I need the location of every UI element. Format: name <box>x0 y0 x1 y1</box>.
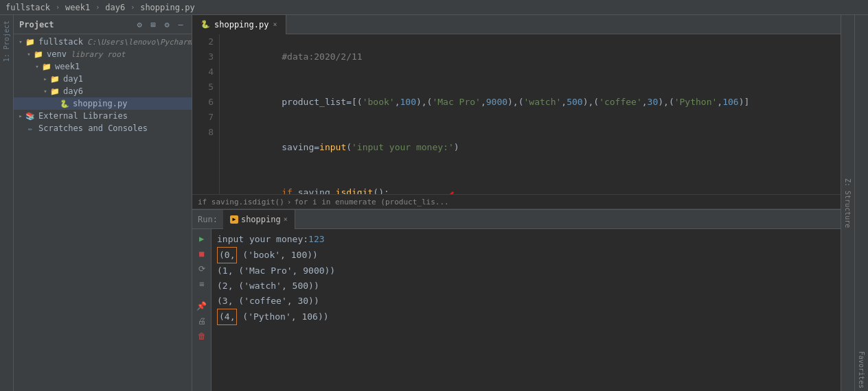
folder-icon: 📁 <box>49 73 60 84</box>
tab-label: shopping.py <box>214 20 269 29</box>
layout-icon[interactable]: ⊞ <box>148 19 159 30</box>
folder-icon: 📁 <box>49 86 60 97</box>
project-panel: Project ⚙ ⊞ ⚙ — ▾ 📁 fullstack C:\Users\l… <box>14 15 192 391</box>
run-scroll-icon[interactable]: ≡ <box>195 277 209 291</box>
code-line-5: if saving.isdigit(): <box>220 170 841 194</box>
run-label: Run: <box>198 215 218 224</box>
folder-icon: 📁 <box>33 49 44 60</box>
run-sidebar: ▶ ■ ⟳ ≡ 📌 🖨 🗑 <box>192 229 212 391</box>
project-tree: ▾ 📁 fullstack C:\Users\lenovo\Pycharm ▾ … <box>14 34 192 391</box>
structure-label: Z: Structure <box>844 178 852 228</box>
minimize-icon[interactable]: — <box>175 19 186 30</box>
python-file-icon: 🐍 <box>59 98 70 109</box>
structure-strip[interactable]: Z: Structure <box>841 15 854 391</box>
tree-note-fullstack: C:\Users\lenovo\Pycharm <box>87 38 192 47</box>
run-tab-shopping[interactable]: ▶ shopping × <box>223 210 295 229</box>
folder-icon: 📁 <box>41 61 52 72</box>
output-line-2: (2, ('watch', 500)) <box>217 279 835 294</box>
left-sidebar-strip: 1: Project <box>0 15 14 391</box>
run-output: input your money:123 (0, ('book', 100)) … <box>212 229 841 391</box>
tree-item-venv[interactable]: ▾ 📁 venv library root <box>14 48 192 60</box>
tree-item-external-libraries[interactable]: ▸ 📚 External Libraries <box>14 110 192 122</box>
chevron-right-icon: ▸ <box>16 112 25 119</box>
run-tab-icon: ▶ <box>230 215 238 224</box>
chevron-down-icon: ▾ <box>25 51 33 58</box>
breadcrumb-item-1: if saving.isdigit() <box>198 198 284 206</box>
tree-item-week1[interactable]: ▾ 📁 week1 <box>14 60 192 73</box>
code-line-4: saving=input('input your money:') <box>220 125 841 170</box>
title-file: shopping.py <box>140 3 194 12</box>
run-play-button[interactable]: ▶ <box>195 232 209 246</box>
editor-tab-shopping[interactable]: 🐍 shopping.py × <box>192 15 286 34</box>
chevron-down-icon: ▾ <box>33 63 41 70</box>
breadcrumb: if saving.isdigit() › for i in enumerate… <box>192 194 841 209</box>
favorites-label: Favorites <box>858 351 865 388</box>
tree-item-fullstack[interactable]: ▾ 📁 fullstack C:\Users\lenovo\Pycharm <box>14 36 192 48</box>
close-icon[interactable]: × <box>273 21 277 28</box>
output-line-4: (4, ('Python', 106)) <box>217 309 835 325</box>
chevron-down-icon: ▾ <box>16 38 25 45</box>
project-label: Project <box>19 20 54 29</box>
close-icon[interactable]: × <box>284 215 288 223</box>
tree-label-day1: day1 <box>63 74 83 84</box>
run-rerun-button[interactable]: ⟳ <box>195 262 209 276</box>
code-line-2: #data:2020/2/11 <box>220 34 841 80</box>
title-fullstack: fullstack <box>5 3 50 12</box>
run-panel: Run: ▶ shopping × ▶ ■ ⟳ ≡ 📌 🖨 🗑 <box>192 209 841 391</box>
tree-item-day6[interactable]: ▾ 📁 day6 <box>14 85 192 97</box>
pin-icon[interactable]: 📌 <box>195 299 209 313</box>
title-week1: week1 <box>65 3 90 12</box>
chevron-down-icon: ▾ <box>41 88 49 95</box>
code-content: #data:2020/2/11 product_list=[('book',10… <box>220 34 841 194</box>
tree-label-fullstack: fullstack <box>38 37 83 47</box>
print-icon[interactable]: 🖨 <box>195 314 209 328</box>
project-toolbar: Project ⚙ ⊞ ⚙ — <box>14 15 192 34</box>
title-day6: day6 <box>105 3 125 12</box>
code-line-3: product_list=[('book',100),('Mac Pro',90… <box>220 80 841 125</box>
output-line-1: (1, ('Mac Pro', 9000)) <box>217 263 835 279</box>
editor-tabs: 🐍 shopping.py × <box>192 15 841 34</box>
line-numbers: 2 3 4 5 6 7 8 <box>192 34 220 194</box>
tree-label-week1: week1 <box>55 62 80 71</box>
tree-label-venv: venv <box>47 49 67 59</box>
python-tab-icon: 🐍 <box>201 20 210 29</box>
scratches-icon: ✏ <box>25 123 36 134</box>
output-line-input: input your money:123 <box>217 232 835 247</box>
run-stop-button[interactable]: ■ <box>195 247 209 261</box>
delete-icon[interactable]: 🗑 <box>195 329 209 343</box>
tree-note-venv: library root <box>71 50 125 59</box>
gear-icon[interactable]: ⚙ <box>161 19 172 30</box>
output-line-0: (0, ('book', 100)) <box>217 247 835 263</box>
tree-label-day6: day6 <box>63 86 83 96</box>
library-icon: 📚 <box>25 110 36 121</box>
tree-label-shopping-py: shopping.py <box>73 99 127 108</box>
tree-item-shopping-py[interactable]: 🐍 shopping.py <box>14 97 192 110</box>
tree-label-scratches: Scratches and Consoles <box>38 123 148 133</box>
breadcrumb-item-2: for i in enumerate (product_lis... <box>294 198 448 206</box>
output-line-3: (3, ('coffee', 30)) <box>217 294 835 309</box>
title-bar: fullstack › week1 › day6 › shopping.py <box>0 0 868 15</box>
tree-item-scratches[interactable]: ✏ Scratches and Consoles <box>14 122 192 134</box>
chevron-right-icon: ▸ <box>41 75 49 82</box>
folder-icon: 📁 <box>25 36 36 47</box>
tree-label-external-libraries: External Libraries <box>38 111 128 121</box>
run-tab-label: shopping <box>241 215 281 224</box>
run-tabs: Run: ▶ shopping × <box>192 210 841 229</box>
favorites-strip[interactable]: Favorites <box>854 15 868 391</box>
project-toggle-icon[interactable]: 1: Project <box>1 18 12 64</box>
tree-item-day1[interactable]: ▸ 📁 day1 <box>14 73 192 85</box>
settings-icon[interactable]: ⚙ <box>134 19 145 30</box>
